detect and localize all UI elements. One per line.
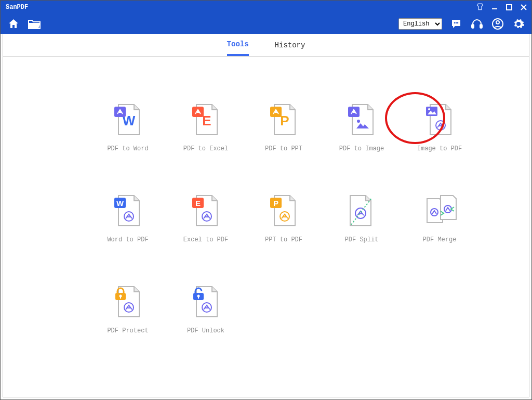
toolbar: English	[1, 14, 531, 34]
tool-label: PDF Protect	[107, 327, 148, 334]
tab-tools[interactable]: Tools	[227, 34, 249, 56]
tool-label: PDF Unlock	[187, 327, 224, 334]
svg-text:E: E	[195, 199, 201, 208]
svg-rect-46	[198, 296, 199, 299]
tool-ppt-to-pdf[interactable]: P PPT to PDF	[245, 195, 323, 286]
svg-point-10	[496, 21, 499, 24]
svg-text:W: W	[116, 199, 124, 208]
pdf-to-word-icon: W	[113, 104, 142, 138]
home-button[interactable]	[7, 17, 20, 31]
svg-rect-1	[507, 5, 512, 10]
word-to-pdf-icon: W	[113, 195, 142, 229]
tool-grid: W PDF to Word E	[89, 104, 498, 377]
theme-icon[interactable]	[475, 3, 485, 12]
app-title: SanPDF	[6, 4, 28, 11]
tool-label: PDF Split	[345, 236, 379, 243]
svg-point-13	[119, 111, 121, 113]
account-icon[interactable]	[491, 17, 504, 31]
app-window: SanPDF	[0, 0, 532, 400]
chat-icon[interactable]	[449, 17, 463, 31]
tool-label: PPT to PDF	[265, 236, 302, 243]
tool-label: Excel to PDF	[183, 236, 228, 243]
tool-pdf-protect[interactable]: PDF Protect	[89, 286, 167, 377]
maximize-button[interactable]	[504, 3, 514, 12]
pdf-to-ppt-icon: P	[269, 104, 298, 138]
tool-pdf-to-word[interactable]: W PDF to Word	[89, 104, 167, 195]
settings-icon[interactable]	[512, 17, 525, 31]
pdf-unlock-icon	[191, 286, 220, 320]
minimize-button[interactable]	[490, 3, 499, 12]
open-folder-button[interactable]	[28, 17, 41, 31]
tool-label: PDF to Excel	[183, 145, 228, 152]
svg-rect-24	[426, 107, 437, 116]
tool-pdf-to-excel[interactable]: E PDF to Excel	[167, 104, 245, 195]
tool-pdf-to-image[interactable]: PDF to Image	[323, 104, 401, 195]
svg-point-4	[454, 22, 456, 24]
system-buttons	[475, 3, 528, 12]
tool-excel-to-pdf[interactable]: E Excel to PDF	[167, 195, 245, 286]
svg-rect-7	[472, 24, 474, 28]
svg-point-20	[357, 120, 360, 123]
svg-rect-42	[120, 296, 121, 299]
support-icon[interactable]	[470, 17, 484, 31]
ppt-to-pdf-icon: P	[269, 195, 298, 229]
tool-label: PDF Merge	[423, 236, 457, 243]
pdf-merge-icon	[425, 195, 454, 229]
svg-point-5	[456, 22, 457, 24]
image-to-pdf-icon	[425, 104, 454, 138]
tool-pdf-merge[interactable]: PDF Merge	[401, 195, 478, 286]
pdf-to-image-icon	[347, 104, 376, 138]
tool-label: PDF to PPT	[265, 145, 302, 152]
excel-to-pdf-icon: E	[191, 195, 220, 229]
tab-bar: Tools History	[3, 34, 529, 57]
tool-word-to-pdf[interactable]: W Word to PDF	[89, 195, 167, 286]
svg-point-19	[275, 111, 277, 113]
pdf-split-icon	[347, 195, 376, 229]
tool-label: Image to PDF	[417, 145, 462, 152]
svg-point-16	[197, 111, 199, 113]
close-button[interactable]	[519, 3, 528, 12]
pdf-protect-icon	[113, 286, 142, 320]
tool-label: PDF to Word	[107, 145, 148, 152]
content-panel: Tools History W	[3, 34, 529, 397]
svg-point-22	[353, 111, 355, 113]
language-select[interactable]: English	[398, 18, 442, 30]
svg-text:P: P	[273, 199, 278, 208]
tool-pdf-to-ppt[interactable]: P PDF to PPT	[245, 104, 323, 195]
title-bar: SanPDF	[1, 1, 531, 14]
tool-label: PDF to Image	[339, 145, 384, 152]
tool-image-to-pdf[interactable]: Image to PDF	[401, 104, 478, 195]
tool-label: Word to PDF	[107, 236, 148, 243]
svg-rect-8	[480, 24, 482, 28]
tool-pdf-unlock[interactable]: PDF Unlock	[167, 286, 245, 377]
pdf-to-excel-icon: E	[191, 104, 220, 138]
svg-point-6	[457, 22, 459, 24]
svg-point-25	[428, 108, 430, 110]
tab-history[interactable]: History	[275, 34, 305, 56]
tool-pdf-split[interactable]: PDF Split	[323, 195, 401, 286]
